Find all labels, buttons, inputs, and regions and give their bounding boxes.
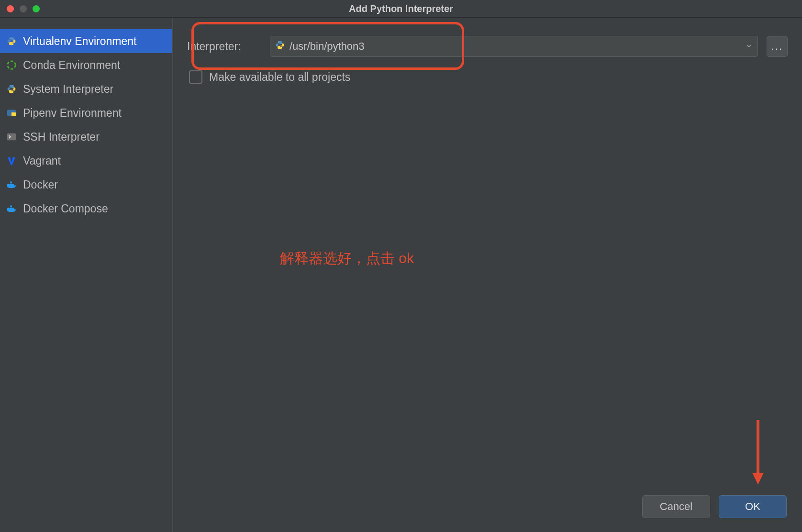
- titlebar: Add Python Interpreter: [0, 0, 802, 18]
- svg-rect-7: [7, 133, 16, 141]
- svg-point-1: [13, 44, 14, 44]
- interpreter-type-sidebar: Virtualenv Environment Conda Environment…: [0, 18, 173, 532]
- sidebar-item-label: Docker Compose: [23, 202, 108, 215]
- docker-icon: [6, 203, 17, 214]
- annotation-text: 解释器选好，点击 ok: [280, 249, 414, 268]
- make-available-row: Make available to all projects: [189, 70, 788, 84]
- maximize-window-button[interactable]: [33, 5, 40, 12]
- svg-rect-11: [10, 182, 12, 184]
- python-icon: [6, 83, 17, 95]
- conda-icon: [6, 59, 17, 71]
- window-title: Add Python Interpreter: [349, 3, 453, 14]
- sidebar-item-ssh[interactable]: SSH Interpreter: [0, 125, 172, 149]
- close-window-button[interactable]: [7, 5, 14, 12]
- interpreter-row: Interpreter: /usr/bin/python3 ...: [187, 36, 788, 57]
- sidebar-item-vagrant[interactable]: Vagrant: [0, 149, 172, 173]
- sidebar-item-label: Pipenv Environment: [23, 107, 122, 120]
- dialog-footer: Cancel OK: [642, 495, 787, 518]
- sidebar-item-label: Vagrant: [23, 155, 61, 167]
- sidebar-item-system[interactable]: System Interpreter: [0, 77, 172, 101]
- svg-point-4: [13, 91, 14, 92]
- sidebar-item-pipenv[interactable]: Pipenv Environment: [0, 101, 172, 125]
- ok-button[interactable]: OK: [719, 495, 787, 518]
- svg-rect-15: [10, 206, 12, 208]
- python-icon: [6, 35, 17, 47]
- annotation-arrow-icon: [748, 420, 768, 489]
- vagrant-icon: [6, 155, 17, 166]
- sidebar-item-conda[interactable]: Conda Environment: [0, 53, 172, 77]
- svg-rect-6: [11, 112, 16, 116]
- chevron-down-icon: [745, 40, 753, 53]
- interpreter-select[interactable]: /usr/bin/python3: [270, 36, 758, 57]
- window-controls: [0, 5, 40, 12]
- python-icon: [275, 40, 285, 53]
- minimize-window-button[interactable]: [20, 5, 27, 12]
- svg-point-17: [281, 47, 282, 48]
- cancel-button[interactable]: Cancel: [642, 495, 710, 518]
- sidebar-item-docker-compose[interactable]: Docker Compose: [0, 197, 172, 221]
- sidebar-item-label: Conda Environment: [23, 59, 120, 72]
- dialog-body: Virtualenv Environment Conda Environment…: [0, 18, 802, 532]
- svg-point-3: [10, 86, 11, 87]
- sidebar-item-label: SSH Interpreter: [23, 131, 100, 144]
- interpreter-value: /usr/bin/python3: [290, 40, 365, 53]
- ssh-icon: [6, 131, 17, 143]
- sidebar-item-label: Virtualenv Environment: [23, 35, 136, 48]
- make-available-checkbox[interactable]: [189, 70, 202, 84]
- docker-icon: [6, 179, 17, 190]
- interpreter-label: Interpreter:: [187, 40, 261, 53]
- browse-interpreter-button[interactable]: ...: [767, 36, 788, 57]
- pipenv-icon: [6, 107, 17, 119]
- svg-point-0: [10, 38, 11, 39]
- sidebar-item-docker[interactable]: Docker: [0, 173, 172, 197]
- make-available-label: Make available to all projects: [209, 71, 350, 84]
- main-panel: Interpreter: /usr/bin/python3 ... Make a…: [173, 18, 802, 532]
- sidebar-item-virtualenv[interactable]: Virtualenv Environment: [0, 29, 172, 53]
- sidebar-item-label: System Interpreter: [23, 83, 113, 96]
- svg-point-16: [278, 42, 279, 43]
- svg-point-2: [8, 61, 16, 69]
- sidebar-item-label: Docker: [23, 178, 58, 191]
